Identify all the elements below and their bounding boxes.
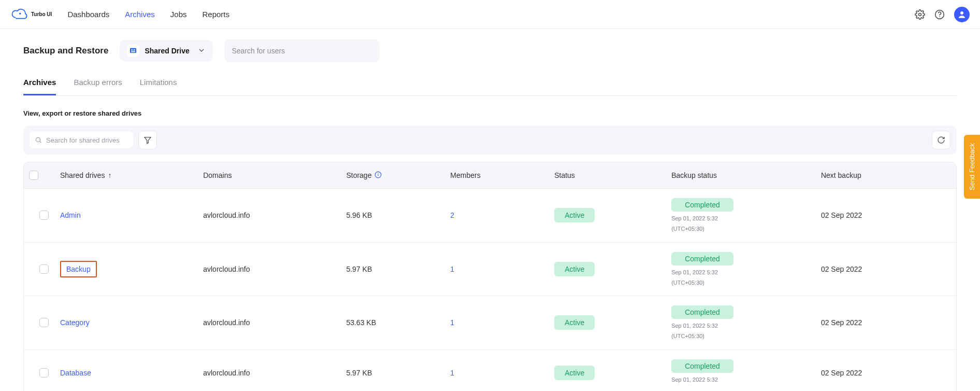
table-row: Admin avlorcloud.info 5.96 KB 2 Active C…	[24, 189, 956, 243]
page-header: Backup and Restore Shared Drive	[23, 39, 957, 62]
page-title: Backup and Restore	[23, 46, 108, 56]
drive-link[interactable]: Database	[60, 369, 91, 377]
backup-cell: Completed Sep 01, 2022 5:32 (UTC+05:30)	[671, 305, 821, 340]
th-domains[interactable]: Domains	[203, 171, 346, 179]
cell-next-backup: 02 Sep 2022	[821, 369, 951, 377]
cell-domain: avlorcloud.info	[203, 369, 346, 377]
source-dropdown[interactable]: Shared Drive	[120, 40, 213, 62]
backup-cell: Completed Sep 01, 2022 5:32	[671, 359, 821, 386]
section-subtitle: View, export or restore shared drives	[23, 109, 957, 117]
th-storage[interactable]: Storage	[346, 171, 450, 180]
svg-point-14	[378, 173, 379, 173]
filter-button[interactable]	[138, 131, 157, 149]
status-badge: Active	[554, 262, 595, 276]
row-checkbox[interactable]	[39, 368, 49, 378]
page: Backup and Restore Shared Drive Archives…	[0, 29, 980, 391]
refresh-button[interactable]	[932, 131, 950, 149]
send-feedback-button[interactable]: Send Feedback	[964, 135, 980, 199]
backup-status-badge: Completed	[671, 252, 733, 266]
backup-status-badge: Completed	[671, 359, 733, 373]
search-users-input[interactable]	[224, 39, 380, 62]
svg-point-3	[939, 16, 940, 17]
topbar-left: Turbo UI Dashboards Archives Jobs Report…	[10, 8, 229, 21]
nav-dashboards[interactable]: Dashboards	[67, 10, 109, 19]
backup-status-badge: Completed	[671, 198, 733, 212]
svg-marker-11	[145, 137, 151, 144]
th-shared-drives[interactable]: Shared drives ↑	[60, 171, 203, 179]
cell-domain: avlorcloud.info	[203, 318, 346, 327]
chevron-down-icon	[197, 46, 206, 56]
th-members[interactable]: Members	[450, 171, 554, 179]
tab-limitations[interactable]: Limitations	[140, 78, 177, 95]
row-checkbox[interactable]	[39, 318, 49, 327]
members-link[interactable]: 2	[450, 211, 454, 219]
drive-link[interactable]: Admin	[60, 211, 81, 219]
members-link[interactable]: 1	[450, 318, 454, 327]
drives-table: Shared drives ↑ Domains Storage Members …	[23, 162, 957, 391]
info-icon[interactable]	[374, 171, 382, 180]
table-toolbar	[23, 125, 957, 155]
backup-cell: Completed Sep 01, 2022 5:32 (UTC+05:30)	[671, 252, 821, 287]
cell-domain: avlorcloud.info	[203, 211, 346, 219]
th-backup-status[interactable]: Backup status	[671, 171, 821, 179]
tab-backup-errors[interactable]: Backup errors	[74, 78, 122, 95]
th-status[interactable]: Status	[554, 171, 671, 179]
select-all-checkbox[interactable]	[29, 171, 38, 180]
svg-point-4	[960, 11, 963, 15]
cloud-logo-icon	[10, 8, 28, 21]
backup-time-tz: (UTC+05:30)	[671, 332, 704, 340]
backup-time-tz: (UTC+05:30)	[671, 225, 704, 232]
drive-link[interactable]: Category	[60, 318, 90, 327]
th-next-backup[interactable]: Next backup	[821, 171, 951, 179]
th-drives-label: Shared drives	[60, 171, 105, 179]
backup-time-line: Sep 01, 2022 5:32	[671, 215, 718, 222]
avatar[interactable]	[954, 7, 970, 22]
cell-next-backup: 02 Sep 2022	[821, 318, 951, 327]
table-row: Database avlorcloud.info 5.97 KB 1 Activ…	[24, 350, 956, 391]
table-row: Category avlorcloud.info 53.63 KB 1 Acti…	[24, 296, 956, 350]
status-badge: Active	[554, 208, 595, 222]
logo[interactable]: Turbo UI	[10, 8, 52, 21]
toolbar-left	[30, 131, 157, 149]
status-badge: Active	[554, 315, 595, 330]
filter-icon	[143, 136, 152, 144]
search-users-field[interactable]	[232, 47, 372, 55]
search-drives-field[interactable]	[46, 136, 128, 144]
topbar: Turbo UI Dashboards Archives Jobs Report…	[0, 0, 980, 29]
cell-domain: avlorcloud.info	[203, 265, 346, 273]
th-select-all	[29, 171, 60, 180]
dropdown-left: Shared Drive	[127, 45, 189, 57]
backup-time-line: Sep 01, 2022 5:32	[671, 322, 718, 329]
cell-storage: 53.63 KB	[346, 318, 450, 327]
svg-rect-6	[131, 49, 133, 50]
members-link[interactable]: 1	[450, 265, 454, 273]
backup-time-tz: (UTC+05:30)	[671, 279, 704, 286]
row-checkbox[interactable]	[39, 211, 49, 220]
nav-reports[interactable]: Reports	[202, 10, 229, 19]
dropdown-label: Shared Drive	[145, 47, 189, 55]
nav-jobs[interactable]: Jobs	[170, 10, 187, 19]
drive-link[interactable]: Backup	[60, 261, 97, 277]
tab-archives[interactable]: Archives	[23, 78, 56, 95]
svg-point-0	[19, 12, 21, 14]
help-icon[interactable]	[934, 9, 945, 20]
table-row: Backup avlorcloud.info 5.97 KB 1 Active …	[24, 243, 956, 297]
cell-storage: 5.97 KB	[346, 265, 450, 273]
backup-status-badge: Completed	[671, 305, 733, 319]
cell-next-backup: 02 Sep 2022	[821, 211, 951, 219]
svg-rect-8	[131, 51, 135, 52]
sort-asc-icon: ↑	[108, 171, 111, 179]
topbar-right	[915, 7, 970, 22]
members-link[interactable]: 1	[450, 369, 454, 377]
search-icon	[35, 136, 42, 144]
cell-next-backup: 02 Sep 2022	[821, 265, 951, 273]
table-header: Shared drives ↑ Domains Storage Members …	[24, 162, 956, 189]
svg-point-9	[36, 137, 40, 142]
gear-icon[interactable]	[915, 9, 925, 20]
svg-line-10	[40, 142, 41, 143]
row-checkbox[interactable]	[39, 264, 49, 274]
primary-nav: Dashboards Archives Jobs Reports	[67, 10, 229, 19]
search-drives-input[interactable]	[30, 132, 133, 148]
cell-storage: 5.97 KB	[346, 369, 450, 377]
nav-archives[interactable]: Archives	[125, 10, 155, 19]
